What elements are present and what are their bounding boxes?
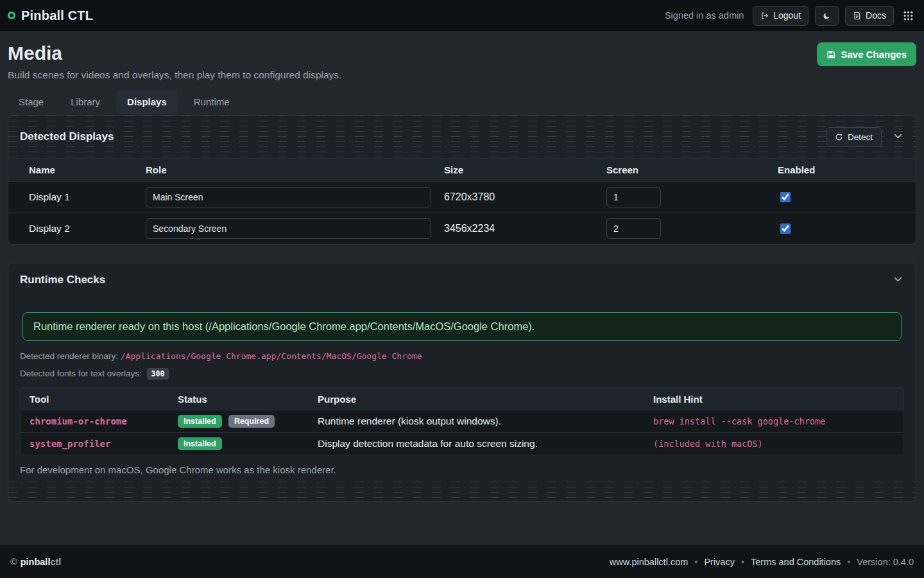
runtime-ready-alert: Runtime renderer ready on this host (/Ap… xyxy=(22,312,902,341)
role-input[interactable] xyxy=(146,218,431,239)
app-title: Pinball CTL xyxy=(21,8,93,23)
runtime-checks-header: Runtime Checks xyxy=(8,263,916,297)
tab-displays[interactable]: Displays xyxy=(116,90,178,114)
tab-runtime[interactable]: Runtime xyxy=(183,90,241,114)
runtime-checks-title: Runtime Checks xyxy=(20,274,105,286)
save-icon xyxy=(826,50,835,59)
detected-displays-header: Detected Displays Detect xyxy=(8,116,916,158)
app-header: Pinball CTL Signed in as admin Logout Do… xyxy=(0,0,924,31)
screen-input[interactable] xyxy=(606,218,661,239)
app-footer: © pinballctl www.pinballctl.com • Privac… xyxy=(0,545,924,578)
renderer-binary-path: /Applications/Google Chrome.app/Contents… xyxy=(121,351,422,361)
enabled-checkbox[interactable] xyxy=(780,192,791,202)
fonts-label: Detected fonts for text overlays: xyxy=(20,369,142,378)
col-size: Size xyxy=(438,159,600,182)
display-name: Display 2 xyxy=(8,213,139,245)
fonts-count-badge: 300 xyxy=(147,368,169,380)
refresh-icon xyxy=(835,133,843,141)
footer-site-link[interactable]: www.pinballctl.com xyxy=(610,557,689,567)
detected-displays-actions: Detect xyxy=(826,127,905,147)
tools-table-header-row: Tool Status Purpose Install Hint xyxy=(21,389,903,410)
tool-row-2: system_profiler Installed Display detect… xyxy=(21,433,903,455)
display-size: 6720x3780 xyxy=(438,182,600,213)
col-purpose: Purpose xyxy=(310,389,646,410)
tool-purpose: Runtime renderer (kiosk output windows). xyxy=(310,410,646,433)
save-changes-button[interactable]: Save Changes xyxy=(817,42,916,66)
tab-stage[interactable]: Stage xyxy=(8,90,55,114)
logout-label: Logout xyxy=(773,11,801,20)
displays-table-header-row: Name Role Size Screen Enabled xyxy=(8,159,916,182)
docs-icon xyxy=(853,12,861,20)
displays-table: Name Role Size Screen Enabled Display 1 … xyxy=(8,158,916,244)
signed-in-text: Signed in as admin xyxy=(665,10,744,21)
display-size: 3456x2234 xyxy=(438,213,600,245)
apps-grid-icon xyxy=(903,10,914,21)
col-enabled: Enabled xyxy=(771,159,916,182)
brand[interactable]: Pinball CTL xyxy=(8,8,93,23)
install-hint: brew install --cask google-chrome xyxy=(646,410,903,433)
chevron-down-icon xyxy=(893,131,903,143)
runtime-ready-text: Runtime renderer ready on this host (/Ap… xyxy=(33,320,535,332)
status-badge-installed: Installed xyxy=(178,437,222,450)
display-name: Display 1 xyxy=(8,182,139,213)
footer-copyright: © pinballctl xyxy=(10,557,61,567)
tab-library[interactable]: Library xyxy=(60,90,111,114)
footer-brand-primary: pinball xyxy=(21,557,51,567)
main-content: Media Build scenes for videos and overla… xyxy=(0,31,924,502)
tool-row-1: chromium-or-chrome Installed Required Ru… xyxy=(21,410,903,433)
decorative-dash-strip xyxy=(8,482,916,501)
page-head: Media Build scenes for videos and overla… xyxy=(8,42,916,81)
detect-label: Detect xyxy=(848,132,873,142)
display-row-2: Display 2 3456x2234 xyxy=(8,213,916,245)
detected-displays-title: Detected Displays xyxy=(20,130,114,143)
logo-icon xyxy=(8,12,15,19)
docs-button[interactable]: Docs xyxy=(845,6,894,26)
col-install-hint: Install Hint xyxy=(646,389,903,410)
separator-dot: • xyxy=(741,557,744,567)
tool-name: system_profiler xyxy=(21,433,170,455)
status-badge-required: Required xyxy=(228,415,275,428)
copyright-icon: © xyxy=(10,557,17,567)
footer-privacy-link[interactable]: Privacy xyxy=(704,557,735,567)
header-actions: Signed in as admin Logout Docs xyxy=(665,6,916,26)
moon-icon xyxy=(823,12,831,20)
footer-links: www.pinballctl.com • Privacy • Terms and… xyxy=(610,557,914,567)
col-tool: Tool xyxy=(21,389,170,410)
renderer-binary-line: Detected renderer binary: /Applications/… xyxy=(20,351,916,361)
runtime-checks-card: Runtime Checks Runtime renderer ready on… xyxy=(8,263,916,502)
logout-button[interactable]: Logout xyxy=(753,6,809,26)
footer-brand-secondary: ctl xyxy=(50,557,61,567)
footer-terms-link[interactable]: Terms and Conditions xyxy=(751,557,841,567)
separator-dot: • xyxy=(847,557,850,567)
renderer-binary-label: Detected renderer binary: xyxy=(20,351,118,361)
page-subtitle: Build scenes for videos and overlays, th… xyxy=(8,69,341,81)
apps-grid-button[interactable] xyxy=(900,6,916,26)
collapse-displays-button[interactable] xyxy=(891,128,905,145)
status-badge-installed: Installed xyxy=(178,415,222,428)
tool-name: chromium-or-chrome xyxy=(21,410,170,433)
chevron-down-icon xyxy=(893,274,903,286)
save-changes-label: Save Changes xyxy=(841,49,907,60)
col-screen: Screen xyxy=(600,159,771,182)
logout-icon xyxy=(760,12,769,20)
tab-bar: Stage Library Displays Runtime xyxy=(8,90,916,114)
col-role: Role xyxy=(139,159,438,182)
col-name: Name xyxy=(8,159,139,182)
page-title: Media xyxy=(8,42,341,64)
fonts-line: Detected fonts for text overlays: 300 xyxy=(20,368,916,380)
tools-table-wrap: Tool Status Purpose Install Hint chromiu… xyxy=(20,387,904,455)
tools-table: Tool Status Purpose Install Hint chromiu… xyxy=(21,388,903,455)
role-input[interactable] xyxy=(146,187,431,207)
tool-purpose: Display detection metadata for auto scre… xyxy=(310,433,646,455)
collapse-runtime-button[interactable] xyxy=(891,272,905,288)
display-row-1: Display 1 6720x3780 xyxy=(8,182,916,213)
enabled-checkbox[interactable] xyxy=(780,223,791,234)
runtime-note: For development on macOS, Google Chrome … xyxy=(20,464,916,475)
detected-displays-card: Detected Displays Detect Na xyxy=(8,115,916,245)
col-status: Status xyxy=(170,389,310,410)
detect-button[interactable]: Detect xyxy=(826,127,882,147)
theme-toggle-button[interactable] xyxy=(815,6,839,26)
separator-dot: • xyxy=(694,557,697,567)
install-hint: (included with macOS) xyxy=(646,433,903,455)
screen-input[interactable] xyxy=(606,187,661,207)
